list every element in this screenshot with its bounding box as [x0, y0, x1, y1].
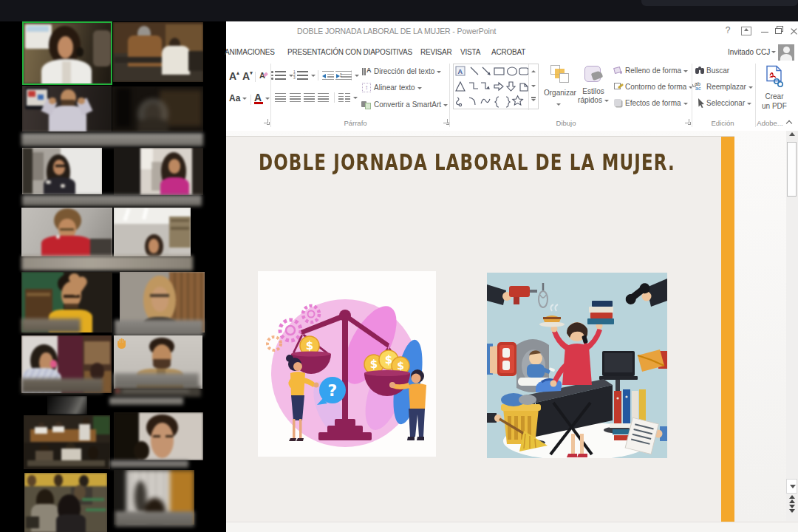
censored-name-bar	[109, 398, 183, 405]
control-separator	[255, 72, 256, 82]
shape-effects-icon	[613, 98, 623, 107]
video-tile-active-speaker[interactable]	[22, 21, 112, 85]
quick-styles-icon	[583, 65, 604, 84]
find-button[interactable]: Buscar	[706, 66, 729, 75]
tab-revisar[interactable]: REVISAR	[420, 42, 452, 62]
next-slide-button[interactable]	[788, 505, 797, 514]
participant-video	[114, 412, 203, 460]
dropdown-caret-icon	[417, 87, 422, 89]
meeting-controls-pill[interactable]	[641, 0, 798, 6]
restore-button[interactable]	[775, 26, 785, 34]
svg-text:?: ?	[328, 381, 338, 400]
tab-vista[interactable]: VISTA	[460, 42, 480, 62]
line-spacing-dropdown-icon[interactable]	[355, 75, 359, 77]
vertical-scrollbar[interactable]	[786, 131, 798, 521]
account-avatar[interactable]	[778, 44, 794, 61]
select-button[interactable]: Seleccionar	[706, 99, 751, 107]
slide-image-multitasking[interactable]	[487, 273, 667, 458]
replace-button[interactable]: Reemplazar	[706, 83, 753, 91]
change-case-button[interactable]: Aa	[229, 93, 247, 103]
find-icon	[695, 66, 705, 75]
status-bar	[226, 522, 798, 532]
shape-effects-button[interactable]: Efectos de forma	[625, 99, 688, 107]
ribbon-display-options-button[interactable]	[741, 27, 751, 35]
quick-styles-button[interactable]: Estilosrápidos	[576, 64, 610, 117]
text-direction-button[interactable]: Dirección del texto	[374, 67, 441, 75]
participant-video	[114, 148, 203, 195]
shape-icons: A	[454, 64, 528, 109]
ribbon-group-separator	[270, 64, 271, 127]
scroll-up-icon[interactable]	[789, 132, 795, 136]
dropdown-caret-icon	[604, 100, 609, 102]
video-tile-audience[interactable]	[24, 473, 107, 532]
align-left-button[interactable]	[275, 93, 286, 102]
font-color-button[interactable]: A	[254, 92, 270, 103]
tab-animaciones[interactable]: ANIMACIONES	[225, 42, 275, 62]
video-tile-woman-floral[interactable]	[22, 148, 102, 194]
participant-video	[47, 396, 87, 415]
arrange-icon	[549, 65, 568, 84]
numbering-dropdown-icon[interactable]	[311, 75, 316, 77]
paragraph-dialog-launcher[interactable]	[443, 118, 449, 125]
video-tile-dark-laptop[interactable]	[47, 396, 87, 415]
previous-slide-button[interactable]	[788, 495, 797, 505]
arrange-button[interactable]: Organizar	[544, 64, 573, 117]
video-tile-courtroom[interactable]	[24, 415, 110, 469]
scroll-down-button[interactable]	[786, 479, 797, 494]
slide-title[interactable]: DOBLE JORNADA LABORAL DE LA MUJER.	[259, 149, 675, 175]
video-tile-woman-red-blazer[interactable]	[21, 208, 112, 256]
shape-outline-button[interactable]: Contorno de forma	[625, 83, 693, 91]
shape-outline-icon	[613, 82, 623, 91]
video-tile-classroom[interactable]	[113, 22, 203, 82]
collapse-ribbon-button[interactable]	[785, 118, 794, 127]
control-separator	[250, 95, 251, 105]
align-center-button[interactable]	[290, 93, 301, 102]
line-spacing-button[interactable]: ↕	[344, 71, 352, 80]
columns-dropdown-icon[interactable]	[353, 97, 358, 99]
create-pdf-button[interactable]: Crearun PDF	[757, 64, 792, 117]
replace-icon: ab ac	[695, 81, 705, 91]
video-tile-low-angle[interactable]	[114, 208, 191, 256]
tab-acrobat[interactable]: ACROBAT	[491, 42, 525, 62]
shapes-scroll-up-icon[interactable]	[531, 70, 536, 72]
columns-button[interactable]	[338, 93, 344, 102]
svg-text:$: $	[306, 339, 313, 352]
convert-smartart-button[interactable]: Convertir a SmartArt	[374, 100, 448, 109]
raised-hand-icon	[117, 338, 126, 349]
grow-font-button[interactable]: A▴	[229, 70, 239, 82]
participant-video	[24, 23, 111, 83]
video-tile-woman-magenta[interactable]	[114, 148, 203, 195]
dropdown-caret-icon	[747, 103, 751, 105]
account-name[interactable]: Invitado CCJ	[728, 42, 770, 62]
paragraph-group-label: Párrafo	[333, 119, 378, 127]
video-tile-woman-closeup[interactable]	[114, 412, 203, 460]
help-button[interactable]: ?	[723, 25, 733, 35]
align-right-button[interactable]	[304, 93, 315, 102]
censored-name-bar	[21, 133, 203, 146]
shapes-more-icon[interactable]	[531, 99, 536, 101]
font-dialog-launcher[interactable]	[263, 118, 270, 125]
participant-video	[21, 208, 112, 256]
participant-video	[24, 415, 110, 469]
scrollbar-thumb[interactable]	[787, 142, 797, 197]
bullets-button[interactable]	[275, 71, 286, 80]
slide-image-balance-scale[interactable]: $ $ $ $	[258, 271, 436, 457]
create-pdf-icon	[765, 65, 783, 87]
numbering-button[interactable]: 123	[297, 71, 308, 80]
minimize-button[interactable]	[760, 24, 769, 33]
video-tile-dark-room[interactable]	[112, 86, 203, 132]
shapes-gallery[interactable]: A	[453, 64, 539, 109]
shape-fill-button[interactable]: Relleno de forma	[625, 66, 688, 75]
censored-name-bar	[21, 318, 81, 332]
video-tile-interpreter[interactable]	[22, 86, 112, 132]
tab-presentacion[interactable]: PRESENTACIÓN CON DIAPOSITIVAS	[287, 42, 412, 62]
close-button[interactable]	[789, 27, 798, 36]
align-text-button[interactable]: Alinear texto	[374, 83, 422, 92]
shrink-font-button[interactable]: A▾	[242, 70, 253, 82]
shapes-scroll-down-icon[interactable]	[531, 85, 536, 87]
justify-button[interactable]	[318, 93, 329, 102]
svg-text:$: $	[370, 358, 378, 371]
drawing-dialog-launcher[interactable]	[684, 118, 691, 125]
clear-formatting-button[interactable]: A	[259, 71, 270, 80]
decrease-indent-button[interactable]	[322, 71, 334, 80]
